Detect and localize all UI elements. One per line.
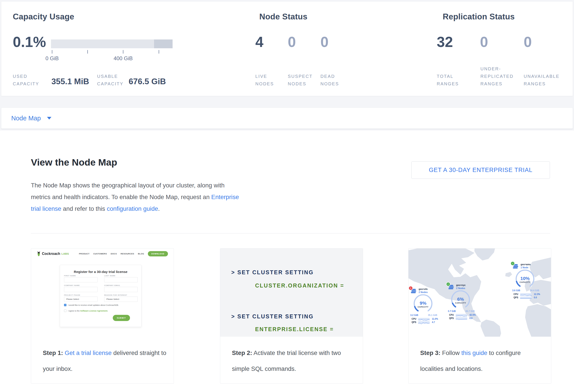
usable-capacity-label: USABLE CAPACITY	[97, 73, 123, 88]
get-enterprise-trial-button[interactable]: GET A 30-DAY ENTERPRISE TRIAL	[411, 161, 550, 179]
used-capacity: 3.2 GiB	[410, 314, 418, 316]
used-capacity-label-line1: USED	[13, 73, 39, 80]
email-updates-row: ✓ I would like to receive email updates …	[64, 304, 119, 306]
brand-labs: LABS	[62, 252, 69, 255]
capacity-gauge: 6% CAPACITY	[450, 290, 472, 309]
last-name-field[interactable]	[104, 277, 138, 282]
capacity-label: CAPACITY	[412, 306, 434, 308]
total-capacity: 65.7 GiB	[465, 310, 475, 312]
unavailable-ranges-label-line1: UNAVAILABLE	[524, 73, 559, 80]
trial-license-form: Register for a 30-day trial license FIRS…	[60, 265, 142, 327]
cpu-value: 42.5%	[469, 314, 475, 316]
usable-capacity-label-line2: CAPACITY	[97, 80, 123, 88]
submit-button[interactable]: SUBMIT	[113, 315, 130, 321]
description-text-3: .	[158, 205, 160, 212]
under-replicated-ranges-label: UNDER- REPLICATED RANGES	[480, 65, 513, 88]
reason-for-interest-select[interactable]: Please Select	[104, 297, 138, 302]
nav-docs[interactable]: DOCS	[111, 253, 117, 255]
software-license-agreement-link[interactable]: Software License Agreement.	[80, 310, 108, 312]
company-email-field[interactable]	[104, 287, 138, 292]
step3-caption: Step 3: Follow this guide to configure l…	[420, 345, 545, 377]
sql-enterprise-license: ENTERPRISE.LICENSE =	[255, 326, 334, 333]
company-name-field[interactable]	[64, 287, 98, 292]
unavailable-ranges-value: 0	[524, 35, 532, 49]
license-agreement-checkbox[interactable]	[64, 310, 66, 312]
live-nodes-label-line1: LIVE	[255, 73, 274, 80]
dead-nodes-label-line2: NODES	[320, 80, 339, 88]
cpu-label: CPU	[411, 318, 416, 320]
capacity-tick	[87, 50, 88, 54]
qps-sparkline	[418, 321, 430, 323]
email-updates-checkbox[interactable]: ✓	[64, 304, 66, 306]
project-phase-select[interactable]: Please Select	[64, 297, 98, 302]
qps-value: 4.7	[432, 321, 435, 323]
nav-blog[interactable]: BLOG	[138, 253, 144, 255]
total-ranges-value: 32	[437, 35, 453, 49]
suspect-nodes-label-line1: SUSPECT	[288, 73, 313, 80]
suspect-nodes-label-line2: NODES	[288, 80, 313, 88]
locality-node-count: 1 Node	[521, 266, 528, 269]
sql-prompt: >	[231, 313, 235, 319]
capacity-usage-title: Capacity Usage	[13, 12, 74, 21]
company-email-label: COMPANY EMAIL	[104, 284, 120, 286]
nav-product[interactable]: PRODUCT	[79, 253, 90, 255]
warning-badge: 1	[409, 286, 412, 290]
capacity-tick	[159, 50, 159, 54]
download-button[interactable]: DOWNLOAD	[148, 251, 168, 256]
this-guide-link[interactable]: this guide	[461, 350, 487, 356]
license-agreement-pre: I agree to the	[68, 310, 80, 312]
capacity-tick	[52, 50, 52, 54]
step3-text-pre: Follow	[440, 350, 461, 356]
suspect-nodes-value: 0	[288, 35, 296, 49]
capacity-label: CAPACITY	[450, 302, 472, 304]
locality-node-count: 2 Nodes	[456, 287, 465, 289]
used-capacity-label-line2: CAPACITY	[13, 80, 39, 88]
cpu-value: 12.3%	[534, 293, 540, 296]
node-map-dropdown[interactable]: Node Map	[11, 108, 51, 129]
node-map-preview: 1 geo=sfo 2 Nodes 9% CAPACITY 3.2 GiB 35	[409, 248, 551, 337]
used-capacity: 3.7 GiB	[448, 310, 456, 312]
step2-label: Step 2:	[232, 350, 252, 356]
under-replicated-label-line1: REPLICATED	[480, 73, 513, 80]
live-nodes-label: LIVE NODES	[255, 73, 274, 88]
total-capacity: 35.1 GiB	[428, 314, 437, 316]
nav-resources[interactable]: RESOURCES	[121, 253, 134, 255]
first-name-field[interactable]	[64, 277, 98, 282]
step2-card: > SET CLUSTER SETTING CLUSTER.ORGANIZATI…	[220, 248, 363, 384]
reason-for-interest-label: REASON FOR INTEREST	[104, 294, 127, 296]
sql-cluster-organization: CLUSTER.ORGANIZATION =	[255, 282, 344, 289]
sql-prompt: >	[231, 269, 235, 275]
qps-label: QPS	[449, 317, 454, 319]
qps-sparkline	[520, 297, 532, 299]
dead-nodes-label: DEAD NODES	[320, 73, 339, 88]
cpu-sparkline	[520, 293, 532, 296]
get-trial-license-link[interactable]: Get a trial license	[65, 350, 111, 356]
qps-value: 0.0	[534, 296, 537, 299]
locality-name: geo=sfo	[419, 288, 428, 290]
cpu-label: CPU	[513, 293, 518, 296]
node-status-section: Node Status 4 0 0 LIVE NODES SUSPECT NOD…	[255, 1, 359, 96]
replication-status-section: Replication Status 32 0 0 TOTAL RANGES U…	[437, 1, 571, 96]
nav-customers[interactable]: CUSTOMERS	[93, 253, 107, 255]
suspect-nodes-label: SUSPECT NODES	[288, 73, 313, 88]
capacity-bar	[51, 39, 173, 48]
under-replicated-label-line2: RANGES	[480, 80, 513, 88]
capacity-tick	[123, 50, 123, 54]
usable-capacity-value: 676.5 GiB	[129, 77, 166, 86]
capacity-gauge: 9% CAPACITY	[412, 294, 434, 313]
capacity-percent: 9%	[412, 300, 434, 306]
project-phase-label: PROJECT PHASE	[64, 294, 80, 296]
qps-row: QPS 4.7	[411, 321, 441, 324]
page-title: View the Node Map	[31, 157, 117, 168]
node-map-placeholder-section: View the Node Map The Node Map shows the…	[0, 131, 574, 392]
sql-set-cluster-setting-2: SET CLUSTER SETTING	[237, 313, 314, 319]
unavailable-ranges-label-line2: RANGES	[524, 80, 559, 88]
sql-command-1: > SET CLUSTER SETTING	[231, 269, 314, 276]
used-capacity-label: USED CAPACITY	[13, 73, 39, 88]
cockroach-labs-logo: Cockroach LABS	[37, 251, 69, 256]
healthy-badge: ✓	[511, 262, 514, 265]
total-capacity: 34.4 GiB	[530, 289, 539, 292]
sql-set-cluster-setting-1: SET CLUSTER SETTING	[237, 269, 314, 275]
configuration-guide-link[interactable]: configuration guide	[107, 205, 158, 212]
mini-site-header: Cockroach LABS PRODUCT CUSTOMERS DOCS RE…	[31, 248, 174, 259]
